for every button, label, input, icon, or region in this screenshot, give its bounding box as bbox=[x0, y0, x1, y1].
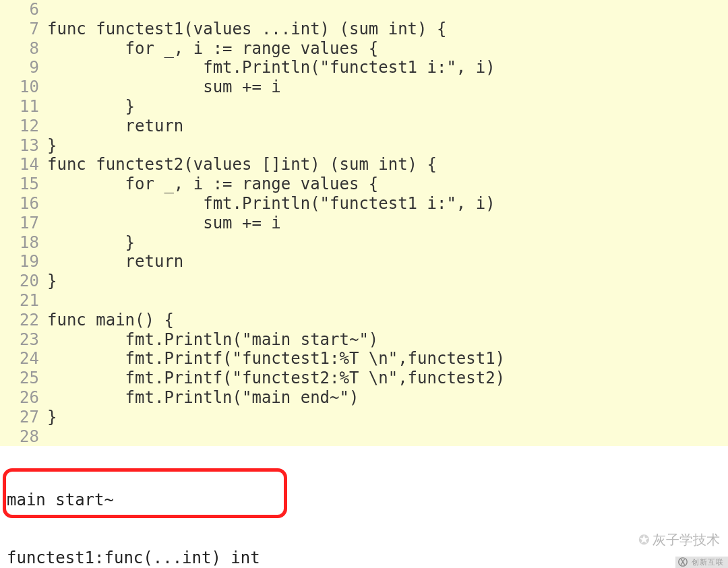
line-number: 14 bbox=[0, 155, 47, 175]
code-line: 19 return bbox=[0, 252, 728, 272]
line-number: 24 bbox=[0, 349, 47, 369]
line-number: 9 bbox=[0, 58, 47, 77]
code-text: fmt.Println("functest1 i:", i) bbox=[47, 194, 495, 213]
line-number: 13 bbox=[0, 136, 47, 156]
line-number: 12 bbox=[0, 117, 47, 136]
code-editor: 67func functest1(values ...int) (sum int… bbox=[0, 0, 728, 446]
code-line: 13} bbox=[0, 136, 728, 156]
code-line: 24 fmt.Printf("functest1:%T \n",functest… bbox=[0, 349, 728, 369]
code-text: for _, i := range values { bbox=[47, 175, 378, 193]
code-text: return bbox=[47, 117, 183, 135]
line-number: 22 bbox=[0, 311, 47, 330]
line-number: 19 bbox=[0, 252, 47, 272]
code-text: func main() { bbox=[47, 311, 174, 329]
watermark: ✪ 灰子学技术 bbox=[638, 532, 720, 548]
code-text: fmt.Printf("functest2:%T \n",functest2) bbox=[47, 369, 505, 387]
watermark-text: 灰子学技术 bbox=[653, 532, 720, 548]
line-number: 20 bbox=[0, 272, 47, 291]
line-number: 26 bbox=[0, 388, 47, 408]
line-number: 28 bbox=[0, 427, 47, 447]
code-line: 10 sum += i bbox=[0, 77, 728, 97]
code-line: 11 } bbox=[0, 97, 728, 117]
code-line: 17 sum += i bbox=[0, 214, 728, 233]
line-number: 10 bbox=[0, 77, 47, 97]
code-line: 25 fmt.Printf("functest2:%T \n",functest… bbox=[0, 369, 728, 388]
code-text: } bbox=[47, 97, 135, 116]
code-text: func functest2(values []int) (sum int) { bbox=[47, 155, 437, 174]
line-number: 18 bbox=[0, 233, 47, 253]
line-number: 21 bbox=[0, 291, 47, 311]
line-number: 11 bbox=[0, 97, 47, 117]
code-line: 22func main() { bbox=[0, 311, 728, 330]
line-number: 16 bbox=[0, 194, 47, 214]
code-line: 23 fmt.Println("main start~") bbox=[0, 330, 728, 350]
code-text: } bbox=[47, 136, 57, 155]
line-number: 8 bbox=[0, 39, 47, 59]
code-text: sum += i bbox=[47, 214, 281, 232]
code-text: for _, i := range values { bbox=[47, 39, 378, 58]
code-line: 16 fmt.Println("functest1 i:", i) bbox=[0, 194, 728, 214]
line-number: 6 bbox=[0, 0, 47, 20]
line-number: 25 bbox=[0, 369, 47, 388]
code-text: return bbox=[47, 252, 183, 271]
code-text: } bbox=[47, 233, 135, 252]
output-line: functest1:func(...int) int bbox=[7, 548, 728, 568]
code-line: 18 } bbox=[0, 233, 728, 253]
wechat-icon: ✪ bbox=[638, 532, 650, 548]
line-number: 17 bbox=[0, 214, 47, 233]
code-text: } bbox=[47, 272, 57, 290]
brand-text: 创新互联 bbox=[692, 558, 724, 566]
brand-badge: Ⓧ 创新互联 bbox=[675, 557, 728, 568]
code-line: 7func functest1(values ...int) (sum int)… bbox=[0, 20, 728, 39]
code-text: fmt.Println("functest1 i:", i) bbox=[47, 58, 495, 77]
code-line: 27} bbox=[0, 408, 728, 427]
code-text: fmt.Printf("functest1:%T \n",functest1) bbox=[47, 349, 505, 368]
code-line: 15 for _, i := range values { bbox=[0, 175, 728, 194]
line-number: 27 bbox=[0, 408, 47, 427]
code-line: 8 for _, i := range values { bbox=[0, 39, 728, 59]
code-line: 20} bbox=[0, 272, 728, 291]
code-text: fmt.Println("main start~") bbox=[47, 330, 378, 349]
code-line: 9 fmt.Println("functest1 i:", i) bbox=[0, 58, 728, 77]
output-line: main start~ bbox=[7, 491, 728, 510]
code-line: 12 return bbox=[0, 117, 728, 136]
code-text: } bbox=[47, 408, 57, 427]
line-number: 23 bbox=[0, 330, 47, 350]
line-number: 15 bbox=[0, 175, 47, 194]
code-line: 6 bbox=[0, 0, 728, 20]
code-text: fmt.Println("main end~") bbox=[47, 388, 359, 407]
code-line: 28 bbox=[0, 427, 728, 447]
code-line: 26 fmt.Println("main end~") bbox=[0, 388, 728, 408]
line-number: 7 bbox=[0, 20, 47, 39]
code-text: func functest1(values ...int) (sum int) … bbox=[47, 20, 446, 38]
brand-logo-icon: Ⓧ bbox=[678, 557, 688, 568]
code-text: sum += i bbox=[47, 77, 281, 96]
code-line: 21 bbox=[0, 291, 728, 311]
console-output: main start~ functest1:func(...int) int f… bbox=[0, 450, 728, 568]
code-line: 14func functest2(values []int) (sum int)… bbox=[0, 155, 728, 175]
